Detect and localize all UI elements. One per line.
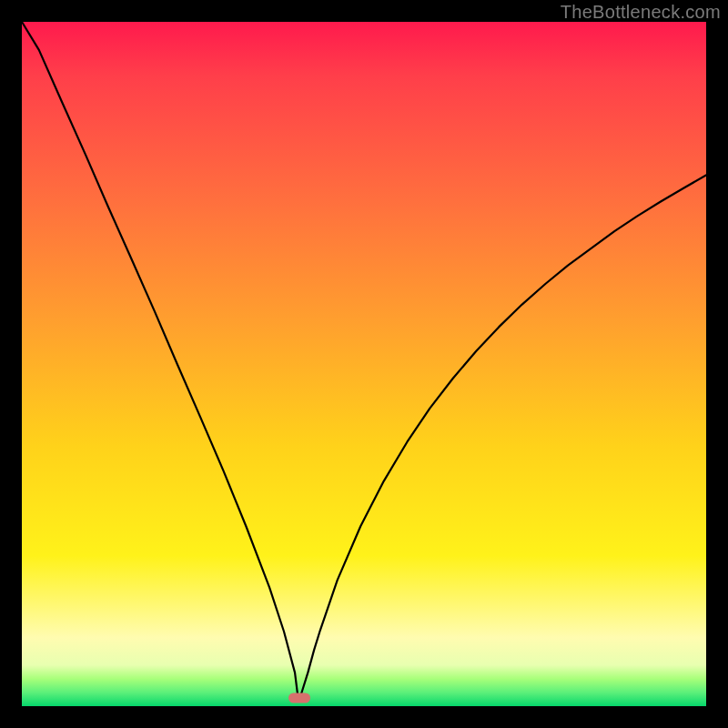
bottleneck-curve (22, 22, 706, 706)
plot-area (22, 22, 706, 706)
watermark-text: TheBottleneck.com (561, 2, 721, 23)
chart-frame: TheBottleneck.com (0, 0, 728, 728)
optimal-marker (288, 693, 310, 703)
